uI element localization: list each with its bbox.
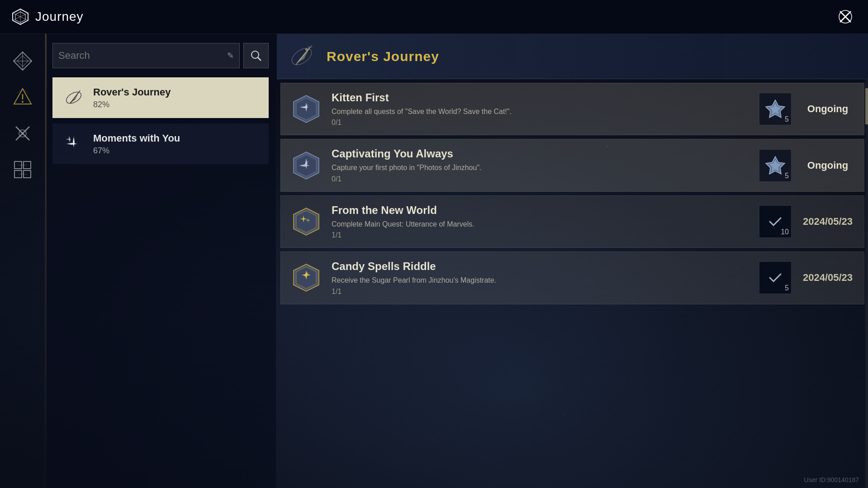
captivating-status: Ongoing	[801, 160, 855, 171]
kitten-first-title: Kitten First	[332, 91, 750, 104]
quest-item-new-world[interactable]: From the New World Complete Main Quest: …	[280, 195, 864, 248]
moments-icon	[62, 132, 86, 156]
new-world-reward-count: 10	[781, 228, 789, 236]
main-panel: Rover's Journey Kitten First Complet	[277, 34, 868, 488]
kitten-first-icon	[290, 93, 323, 125]
search-bar: ✎	[52, 43, 269, 68]
sidebar-nav	[0, 34, 45, 488]
candy-desc: Receive the Sugar Pearl from Jinzhou's M…	[332, 275, 750, 285]
svg-point-26	[251, 51, 259, 58]
new-world-desc: Complete Main Quest: Utterance of Marvel…	[332, 219, 750, 229]
journey-list: Rover's Journey 82% Moments with You 67%	[52, 77, 269, 164]
edit-icon: ✎	[227, 51, 234, 61]
watermark: User ID:900140187	[804, 476, 859, 483]
kitten-first-reward: 5 Ongoing	[759, 93, 855, 125]
content-header-icon	[286, 41, 318, 72]
kitten-first-reward-icon: 5	[759, 93, 792, 125]
candy-reward-icon: 5	[759, 261, 792, 294]
moments-journey-progress: 67%	[93, 146, 260, 156]
captivating-reward-icon: 5	[759, 149, 792, 182]
candy-info: Candy Spells Riddle Receive the Sugar Pe…	[332, 260, 750, 295]
app-header: Journey	[0, 0, 868, 34]
kitten-first-reward-count: 5	[785, 115, 789, 123]
svg-marker-43	[296, 211, 316, 232]
candy-progress: 1/1	[332, 288, 750, 296]
new-world-reward: 10 2024/05/23	[759, 205, 855, 238]
rovers-journey-icon	[62, 85, 86, 110]
sidebar-icon-cross[interactable]	[9, 120, 36, 147]
content-header: Rover's Journey	[277, 34, 868, 79]
captivating-title: Captivating You Always	[332, 147, 750, 160]
left-panel: ✎ Rover's Journey 82%	[45, 34, 276, 488]
candy-title: Candy Spells Riddle	[332, 260, 750, 273]
quest-list: Kitten First Complete all quests of "Sav…	[277, 79, 868, 488]
scrollbar[interactable]	[865, 79, 868, 488]
candy-reward-count: 5	[785, 284, 789, 292]
svg-point-28	[64, 90, 83, 105]
moments-journey-text: Moments with You 67%	[93, 133, 260, 156]
captivating-reward-count: 5	[785, 172, 789, 180]
new-world-icon	[290, 205, 323, 238]
scroll-thumb[interactable]	[865, 88, 868, 124]
quest-item-captivating[interactable]: Captivating You Always Capture your firs…	[280, 139, 864, 191]
logo-icon	[11, 7, 30, 26]
candy-reward: 5 2024/05/23	[759, 261, 855, 294]
svg-point-33	[308, 46, 310, 48]
search-input[interactable]	[58, 50, 223, 62]
svg-point-32	[305, 48, 308, 50]
sidebar-icon-map[interactable]	[9, 47, 36, 75]
quest-item-candy[interactable]: Candy Spells Riddle Receive the Sugar Pe…	[280, 251, 864, 304]
svg-line-27	[258, 57, 261, 61]
search-input-wrap[interactable]: ✎	[52, 43, 240, 68]
rovers-journey-name: Rover's Journey	[93, 86, 260, 98]
captivating-reward: 5 Ongoing	[759, 149, 855, 182]
new-world-info: From the New World Complete Main Quest: …	[332, 204, 750, 239]
sidebar-icon-chart[interactable]	[9, 156, 36, 183]
logo-area: Journey	[11, 7, 84, 26]
new-world-status: 2024/05/23	[801, 216, 855, 227]
new-world-reward-icon: 10	[759, 205, 792, 238]
new-world-progress: 1/1	[332, 231, 750, 239]
captivating-info: Captivating You Always Capture your firs…	[332, 147, 750, 183]
candy-status: 2024/05/23	[801, 272, 855, 284]
quest-item-kitten-first[interactable]: Kitten First Complete all quests of "Sav…	[280, 83, 864, 135]
app-title: Journey	[35, 9, 84, 24]
search-button[interactable]	[243, 43, 269, 68]
svg-point-14	[22, 101, 24, 103]
rovers-journey-text: Rover's Journey 82%	[93, 86, 260, 109]
journey-item-moments[interactable]: Moments with You 67%	[52, 123, 269, 164]
kitten-first-status: Ongoing	[801, 103, 855, 115]
sidebar-icon-alert[interactable]	[9, 84, 36, 111]
journey-item-rovers[interactable]: Rover's Journey 82%	[52, 77, 269, 118]
captivating-icon	[290, 149, 323, 182]
kitten-first-desc: Complete all quests of "Save the World? …	[332, 107, 750, 117]
close-button[interactable]	[836, 8, 854, 26]
kitten-first-info: Kitten First Complete all quests of "Sav…	[332, 91, 750, 127]
kitten-first-progress: 0/1	[332, 118, 750, 127]
content-header-title: Rover's Journey	[327, 49, 439, 64]
captivating-progress: 0/1	[332, 175, 750, 183]
candy-icon	[290, 261, 323, 294]
moments-journey-name: Moments with You	[93, 133, 260, 144]
rovers-journey-progress: 82%	[93, 100, 260, 109]
new-world-title: From the New World	[332, 204, 750, 217]
captivating-desc: Capture your first photo in "Photos of J…	[332, 163, 750, 173]
